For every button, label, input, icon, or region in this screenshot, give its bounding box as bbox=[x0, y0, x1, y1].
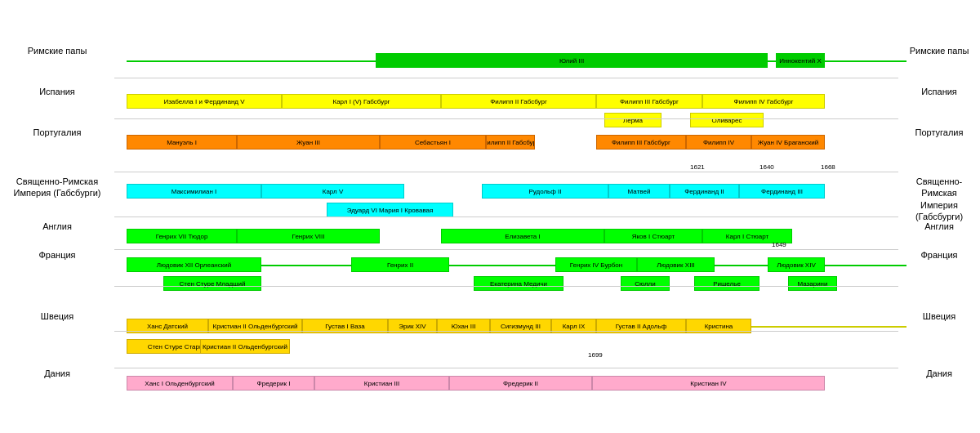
label-right-denmark: Дания bbox=[898, 368, 980, 379]
separator-line bbox=[114, 331, 898, 332]
bar-hre: Матвей bbox=[608, 184, 670, 199]
bar-england: Генрих VIII bbox=[237, 229, 380, 243]
bar-hre: Фердинанд III bbox=[739, 184, 825, 199]
year-marker: 1649 bbox=[772, 241, 786, 248]
bar-portugal: Жуан IV Браганский bbox=[751, 135, 825, 150]
bar-france: Людовик XIII bbox=[637, 257, 715, 272]
bar-popes: Иннокентий X bbox=[776, 53, 825, 68]
bar-france_ministers: Сюлли bbox=[621, 276, 670, 291]
year-marker: 1640 bbox=[760, 163, 774, 171]
bar-england: Яков I Стюарт bbox=[604, 229, 702, 243]
bar-spain_ministers: Лерма bbox=[604, 113, 662, 127]
bar-france: Генрих II bbox=[351, 257, 449, 272]
bar-spain: Карл I (V) Габсбург bbox=[282, 94, 441, 109]
label-left-hre: Священно-РимскаяИмперия (Габсбурги) bbox=[0, 176, 114, 199]
bar-portugal: Мануэль I bbox=[127, 135, 237, 150]
year-marker: 1668 bbox=[821, 163, 835, 171]
label-left-popes: Римские папы bbox=[0, 45, 114, 56]
bar-england: Елизавета I bbox=[441, 229, 604, 243]
label-left-france: Франция bbox=[0, 249, 114, 261]
bar-hre_sub: Эдуард VI Мария I Кровавая bbox=[327, 203, 453, 217]
separator-line bbox=[114, 216, 898, 217]
year-marker: 1621 bbox=[690, 163, 705, 171]
bar-portugal: Жуан III bbox=[237, 135, 380, 150]
bar-denmark: Кристиан IV bbox=[592, 376, 825, 391]
label-right-popes: Римские папы bbox=[898, 45, 980, 56]
label-right-england: Англия bbox=[898, 221, 980, 232]
bar-denmark: Фредерик II bbox=[449, 376, 592, 391]
separator-line bbox=[114, 172, 898, 172]
separator-line bbox=[114, 249, 898, 250]
label-right-spain: Испания bbox=[898, 86, 980, 97]
chart-container: Римские папыРимские папыЮлий IIIИннокент… bbox=[0, 0, 980, 433]
label-left-sweden: Швеция bbox=[0, 310, 114, 322]
bar-france_ministers: Екатерина Медичи bbox=[474, 276, 564, 291]
label-left-denmark: Дания bbox=[0, 368, 114, 379]
bar-france_ministers: Ришелье bbox=[694, 276, 760, 291]
bar-spain: Филипп III Габсбург bbox=[596, 94, 702, 109]
label-left-portugal: Португалия bbox=[0, 127, 114, 138]
label-right-hre: Священно-РимскаяИмперия (Габсбурги) bbox=[898, 176, 980, 222]
bar-england: Генрих VII Тюдор bbox=[127, 229, 237, 243]
bar-hre: Рудольф II bbox=[482, 184, 608, 199]
bar-denmark: Ханс I Ольденбургский bbox=[127, 376, 233, 391]
bar-france_ministers: Стен Стуре Младший bbox=[163, 276, 261, 291]
year-marker: 1699 bbox=[588, 351, 603, 359]
bar-portugal: Филипп II Габсбург bbox=[486, 135, 535, 150]
bar-hre: Фердинанд II bbox=[670, 184, 739, 199]
label-right-france: Франция bbox=[898, 249, 980, 261]
separator-line bbox=[114, 286, 898, 287]
bar-denmark: Фредерик I bbox=[233, 376, 314, 391]
bar-spain: Филипп IV Габсбург bbox=[702, 94, 825, 109]
label-left-england: Англия bbox=[0, 221, 114, 232]
bar-spain: Изабелла I и Фердинанд V bbox=[127, 94, 282, 109]
bar-portugal: Филипп III Габсбург bbox=[596, 135, 686, 150]
label-right-portugal: Португалия bbox=[898, 127, 980, 138]
label-left-spain: Испания bbox=[0, 86, 114, 97]
bar-hre: Карл V bbox=[261, 184, 404, 199]
bar-france: Людовик XIV bbox=[768, 257, 825, 272]
bar-sweden_sub: Кристиан II Ольденбургский bbox=[200, 339, 290, 354]
label-right-sweden: Швеция bbox=[898, 310, 980, 322]
bar-spain_ministers: Оливарес bbox=[690, 113, 764, 127]
separator-line bbox=[114, 78, 898, 78]
bar-spain: Филипп II Габсбург bbox=[441, 94, 596, 109]
separator-line bbox=[114, 368, 898, 368]
bar-denmark: Кристиан III bbox=[314, 376, 449, 391]
bar-france: Генрих IV Бурбон bbox=[555, 257, 637, 272]
bar-france_ministers: Мазарини bbox=[788, 276, 837, 291]
bar-france: Людовик XII Орлеанский bbox=[127, 257, 261, 272]
bar-portugal: Филипп IV bbox=[686, 135, 751, 150]
bar-hre: Максимилиан I bbox=[127, 184, 261, 199]
bar-popes: Юлий III bbox=[376, 53, 768, 68]
bar-portugal: Себастьян I bbox=[380, 135, 486, 150]
separator-line bbox=[114, 118, 898, 119]
